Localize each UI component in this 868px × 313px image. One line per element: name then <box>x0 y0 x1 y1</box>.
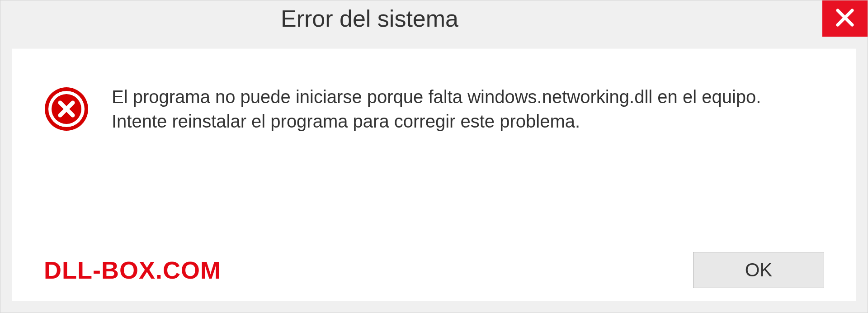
ok-button[interactable]: OK <box>693 252 824 288</box>
titlebar: Error del sistema <box>0 0 868 37</box>
close-button[interactable] <box>822 0 868 37</box>
message-row: El programa no puede iniciarse porque fa… <box>44 85 824 133</box>
close-icon <box>834 7 856 30</box>
footer-row: DLL-BOX.COM OK <box>44 252 824 288</box>
watermark-text: DLL-BOX.COM <box>44 256 221 284</box>
error-message: El programa no puede iniciarse porque fa… <box>112 85 812 133</box>
content-panel: El programa no puede iniciarse porque fa… <box>12 48 856 301</box>
dialog-title: Error del sistema <box>0 5 458 32</box>
error-dialog: Error del sistema El programa no puede i… <box>0 0 868 313</box>
error-icon <box>44 86 89 132</box>
